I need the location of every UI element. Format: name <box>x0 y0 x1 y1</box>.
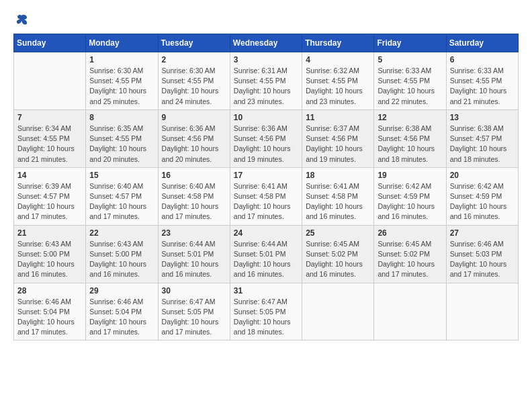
day-number: 1 <box>89 55 154 64</box>
day-number: 28 <box>17 286 82 295</box>
calendar-cell: 28Sunrise: 6:46 AM Sunset: 5:04 PM Dayli… <box>14 283 86 340</box>
day-number: 14 <box>17 171 82 180</box>
calendar-cell: 24Sunrise: 6:44 AM Sunset: 5:01 PM Dayli… <box>230 225 302 283</box>
day-number: 30 <box>162 286 226 295</box>
calendar-cell: 8Sunrise: 6:35 AM Sunset: 4:55 PM Daylig… <box>86 109 158 167</box>
logo-bird-icon <box>15 13 28 27</box>
calendar-cell <box>374 283 446 340</box>
day-info: Sunrise: 6:31 AM Sunset: 4:55 PM Dayligh… <box>234 66 298 107</box>
day-info: Sunrise: 6:45 AM Sunset: 5:02 PM Dayligh… <box>378 239 442 280</box>
day-info: Sunrise: 6:42 AM Sunset: 4:59 PM Dayligh… <box>450 181 515 222</box>
day-info: Sunrise: 6:34 AM Sunset: 4:55 PM Dayligh… <box>17 124 82 165</box>
calendar-week-row: 14Sunrise: 6:39 AM Sunset: 4:57 PM Dayli… <box>14 167 519 225</box>
column-header-thursday: Thursday <box>302 34 374 52</box>
day-number: 16 <box>162 171 226 180</box>
calendar-cell: 14Sunrise: 6:39 AM Sunset: 4:57 PM Dayli… <box>14 167 86 225</box>
day-info: Sunrise: 6:41 AM Sunset: 4:58 PM Dayligh… <box>234 181 298 222</box>
calendar-cell: 19Sunrise: 6:42 AM Sunset: 4:59 PM Dayli… <box>374 167 446 225</box>
column-header-sunday: Sunday <box>14 34 86 52</box>
day-info: Sunrise: 6:41 AM Sunset: 4:58 PM Dayligh… <box>306 181 370 222</box>
day-number: 10 <box>234 113 298 122</box>
day-info: Sunrise: 6:42 AM Sunset: 4:59 PM Dayligh… <box>378 181 442 222</box>
day-number: 24 <box>234 228 298 238</box>
calendar-cell: 31Sunrise: 6:47 AM Sunset: 5:05 PM Dayli… <box>230 283 302 340</box>
calendar-cell: 17Sunrise: 6:41 AM Sunset: 4:58 PM Dayli… <box>230 167 302 225</box>
page-header <box>13 13 519 27</box>
calendar-cell: 5Sunrise: 6:33 AM Sunset: 4:55 PM Daylig… <box>374 52 446 110</box>
day-info: Sunrise: 6:46 AM Sunset: 5:04 PM Dayligh… <box>17 297 82 338</box>
day-number: 29 <box>89 286 154 295</box>
day-number: 13 <box>450 113 515 122</box>
calendar-cell: 21Sunrise: 6:43 AM Sunset: 5:00 PM Dayli… <box>14 225 86 283</box>
calendar-cell: 30Sunrise: 6:47 AM Sunset: 5:05 PM Dayli… <box>158 283 230 340</box>
calendar-header-row: SundayMondayTuesdayWednesdayThursdayFrid… <box>14 34 519 52</box>
calendar-cell <box>302 283 374 340</box>
day-info: Sunrise: 6:44 AM Sunset: 5:01 PM Dayligh… <box>234 239 298 280</box>
day-number: 3 <box>234 55 298 64</box>
calendar-week-row: 21Sunrise: 6:43 AM Sunset: 5:00 PM Dayli… <box>14 225 519 283</box>
logo <box>13 13 28 27</box>
day-number: 22 <box>89 228 154 238</box>
calendar-cell <box>14 52 86 110</box>
day-number: 11 <box>306 113 370 122</box>
calendar-cell: 29Sunrise: 6:46 AM Sunset: 5:04 PM Dayli… <box>86 283 158 340</box>
day-number: 20 <box>450 171 515 180</box>
calendar-cell: 15Sunrise: 6:40 AM Sunset: 4:57 PM Dayli… <box>86 167 158 225</box>
day-info: Sunrise: 6:46 AM Sunset: 5:03 PM Dayligh… <box>450 239 515 280</box>
calendar-cell: 11Sunrise: 6:37 AM Sunset: 4:56 PM Dayli… <box>302 109 374 167</box>
column-header-wednesday: Wednesday <box>230 34 302 52</box>
day-number: 12 <box>378 113 442 122</box>
column-header-saturday: Saturday <box>446 34 518 52</box>
calendar-cell: 20Sunrise: 6:42 AM Sunset: 4:59 PM Dayli… <box>446 167 518 225</box>
calendar-week-row: 28Sunrise: 6:46 AM Sunset: 5:04 PM Dayli… <box>14 283 519 340</box>
day-number: 2 <box>162 55 226 64</box>
day-number: 19 <box>378 171 442 180</box>
calendar-cell: 16Sunrise: 6:40 AM Sunset: 4:58 PM Dayli… <box>158 167 230 225</box>
day-number: 26 <box>378 228 442 238</box>
day-number: 5 <box>378 55 442 64</box>
calendar-week-row: 1Sunrise: 6:30 AM Sunset: 4:55 PM Daylig… <box>14 52 519 110</box>
day-info: Sunrise: 6:43 AM Sunset: 5:00 PM Dayligh… <box>17 239 82 280</box>
day-info: Sunrise: 6:44 AM Sunset: 5:01 PM Dayligh… <box>162 239 226 280</box>
day-number: 31 <box>234 286 298 295</box>
day-info: Sunrise: 6:36 AM Sunset: 4:56 PM Dayligh… <box>234 124 298 165</box>
day-number: 7 <box>17 113 82 122</box>
calendar-cell: 25Sunrise: 6:45 AM Sunset: 5:02 PM Dayli… <box>302 225 374 283</box>
calendar-cell: 13Sunrise: 6:38 AM Sunset: 4:57 PM Dayli… <box>446 109 518 167</box>
calendar-cell: 6Sunrise: 6:33 AM Sunset: 4:55 PM Daylig… <box>446 52 518 110</box>
day-info: Sunrise: 6:30 AM Sunset: 4:55 PM Dayligh… <box>89 66 154 107</box>
day-info: Sunrise: 6:30 AM Sunset: 4:55 PM Dayligh… <box>162 66 226 107</box>
calendar-cell: 27Sunrise: 6:46 AM Sunset: 5:03 PM Dayli… <box>446 225 518 283</box>
day-info: Sunrise: 6:40 AM Sunset: 4:58 PM Dayligh… <box>162 181 226 222</box>
day-number: 17 <box>234 171 298 180</box>
day-number: 27 <box>450 228 515 238</box>
column-header-monday: Monday <box>86 34 158 52</box>
day-number: 18 <box>306 171 370 180</box>
calendar-cell <box>446 283 518 340</box>
calendar-cell: 23Sunrise: 6:44 AM Sunset: 5:01 PM Dayli… <box>158 225 230 283</box>
calendar-cell: 12Sunrise: 6:38 AM Sunset: 4:56 PM Dayli… <box>374 109 446 167</box>
calendar-cell: 4Sunrise: 6:32 AM Sunset: 4:55 PM Daylig… <box>302 52 374 110</box>
calendar-cell: 18Sunrise: 6:41 AM Sunset: 4:58 PM Dayli… <box>302 167 374 225</box>
day-info: Sunrise: 6:37 AM Sunset: 4:56 PM Dayligh… <box>306 124 370 165</box>
day-number: 23 <box>162 228 226 238</box>
calendar-cell: 26Sunrise: 6:45 AM Sunset: 5:02 PM Dayli… <box>374 225 446 283</box>
calendar-cell: 22Sunrise: 6:43 AM Sunset: 5:00 PM Dayli… <box>86 225 158 283</box>
day-info: Sunrise: 6:43 AM Sunset: 5:00 PM Dayligh… <box>89 239 154 280</box>
day-number: 25 <box>306 228 370 238</box>
column-header-tuesday: Tuesday <box>158 34 230 52</box>
day-info: Sunrise: 6:32 AM Sunset: 4:55 PM Dayligh… <box>306 66 370 107</box>
day-info: Sunrise: 6:33 AM Sunset: 4:55 PM Dayligh… <box>378 66 442 107</box>
calendar-table: SundayMondayTuesdayWednesdayThursdayFrid… <box>13 34 519 340</box>
day-info: Sunrise: 6:38 AM Sunset: 4:56 PM Dayligh… <box>378 124 442 165</box>
day-info: Sunrise: 6:40 AM Sunset: 4:57 PM Dayligh… <box>89 181 154 222</box>
calendar-cell: 1Sunrise: 6:30 AM Sunset: 4:55 PM Daylig… <box>86 52 158 110</box>
day-info: Sunrise: 6:35 AM Sunset: 4:55 PM Dayligh… <box>89 124 154 165</box>
calendar-week-row: 7Sunrise: 6:34 AM Sunset: 4:55 PM Daylig… <box>14 109 519 167</box>
day-info: Sunrise: 6:47 AM Sunset: 5:05 PM Dayligh… <box>162 297 226 338</box>
day-number: 8 <box>89 113 154 122</box>
calendar-cell: 2Sunrise: 6:30 AM Sunset: 4:55 PM Daylig… <box>158 52 230 110</box>
day-info: Sunrise: 6:45 AM Sunset: 5:02 PM Dayligh… <box>306 239 370 280</box>
day-info: Sunrise: 6:39 AM Sunset: 4:57 PM Dayligh… <box>17 181 82 222</box>
day-info: Sunrise: 6:33 AM Sunset: 4:55 PM Dayligh… <box>450 66 515 107</box>
